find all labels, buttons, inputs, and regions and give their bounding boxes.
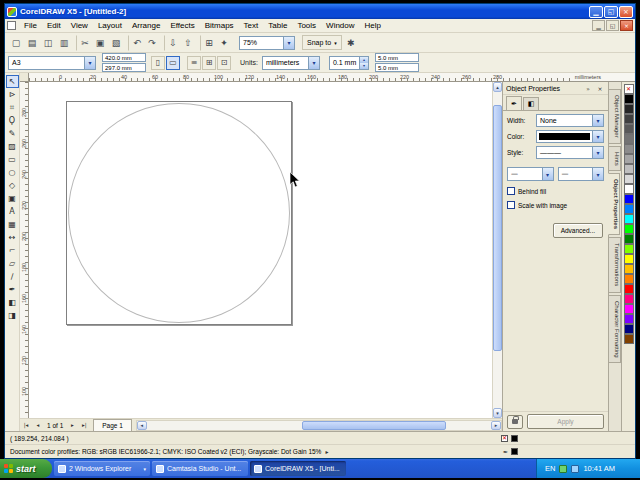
toolbox-tool[interactable]: ◧ xyxy=(6,296,19,309)
first-page-button[interactable]: |◂ xyxy=(20,420,32,431)
docker-close-icon[interactable]: × xyxy=(595,83,605,93)
start-button[interactable]: start xyxy=(0,459,52,478)
toolbox-tool[interactable]: ○ xyxy=(6,166,19,179)
menu-item[interactable]: Layout xyxy=(93,19,127,32)
portrait-button[interactable]: ▯ xyxy=(151,56,165,70)
docker-tab[interactable]: ✒ xyxy=(506,96,522,110)
zoom-level-combo[interactable]: 75% ▾ xyxy=(239,36,295,50)
palette-color-swatch[interactable] xyxy=(624,234,634,244)
vertical-scroll-track[interactable] xyxy=(493,92,502,408)
outline-width-combo[interactable]: None ▾ xyxy=(536,114,604,127)
toolbox-tool[interactable]: ▭ xyxy=(6,153,19,166)
palette-color-swatch[interactable] xyxy=(624,194,634,204)
toolbar-button[interactable]: ↷ xyxy=(144,35,160,51)
toolbox-tool[interactable]: A xyxy=(6,205,19,218)
palette-color-swatch[interactable] xyxy=(624,214,634,224)
menu-item[interactable]: Window xyxy=(321,19,359,32)
palette-color-swatch[interactable] xyxy=(624,324,634,334)
toolbar-button[interactable]: ▢ xyxy=(8,35,24,51)
toolbar-button[interactable]: ◫ xyxy=(40,35,56,51)
more-icon[interactable]: ▸ xyxy=(325,448,328,455)
toolbox-tool[interactable]: ⌐ xyxy=(6,244,19,257)
options-icon[interactable]: ✱ xyxy=(343,35,359,51)
language-indicator[interactable]: EN xyxy=(545,464,555,473)
toolbox-tool[interactable]: ◨ xyxy=(6,309,19,322)
close-button[interactable]: × xyxy=(619,6,633,18)
previous-page-button[interactable]: ◂ xyxy=(32,420,44,431)
toolbar-button[interactable]: ✦ xyxy=(216,35,232,51)
docker-overflow-icon[interactable]: » xyxy=(583,83,593,93)
taskbar-task-button[interactable]: Camtasia Studio - Unt... ▾ xyxy=(152,461,248,476)
toolbox-tool[interactable]: ▦ xyxy=(6,218,19,231)
horizontal-scroll-track[interactable] xyxy=(147,421,491,430)
palette-color-swatch[interactable] xyxy=(624,284,634,294)
palette-color-swatch[interactable] xyxy=(624,84,634,94)
vertical-scrollbar[interactable]: ▴ ▾ xyxy=(492,82,502,418)
doc-close-button[interactable]: × xyxy=(620,20,633,31)
toolbar-button[interactable]: ▥ xyxy=(56,35,72,51)
snap-to-dropdown[interactable]: Snap to ▾ xyxy=(302,35,342,50)
docker-vertical-tab[interactable]: Object Properties xyxy=(608,173,620,235)
scroll-right-icon[interactable]: ▸ xyxy=(491,421,501,430)
lock-button[interactable] xyxy=(507,415,523,429)
palette-color-swatch[interactable] xyxy=(624,124,634,134)
toolbox-tool[interactable]: ▱ xyxy=(6,257,19,270)
scroll-down-icon[interactable]: ▾ xyxy=(493,408,502,418)
taskbar-task-button[interactable]: CorelDRAW X5 - [Unti... ▾ xyxy=(250,461,346,476)
arrowhead-end-combo[interactable]: — ▾ xyxy=(558,167,605,181)
palette-color-swatch[interactable] xyxy=(624,94,634,104)
maximize-button[interactable]: ◱ xyxy=(604,6,618,18)
docker-tab[interactable]: ◧ xyxy=(523,97,539,110)
palette-color-swatch[interactable] xyxy=(624,304,634,314)
ruler-origin-button[interactable] xyxy=(20,73,29,81)
toolbox-tool[interactable]: ∕ xyxy=(6,270,19,283)
paper-width-field[interactable]: 420.0 mm xyxy=(102,53,146,62)
palette-color-swatch[interactable] xyxy=(624,254,634,264)
toolbox-tool[interactable]: ↔ xyxy=(6,231,19,244)
palette-color-swatch[interactable] xyxy=(624,104,634,114)
vertical-scroll-thumb[interactable] xyxy=(493,105,502,351)
advanced-button[interactable]: Advanced... xyxy=(553,223,603,238)
palette-color-swatch[interactable] xyxy=(624,204,634,214)
palette-color-swatch[interactable] xyxy=(624,134,634,144)
chevron-down-icon[interactable]: ▾ xyxy=(283,37,294,49)
menu-item[interactable]: Edit xyxy=(42,19,66,32)
propbar-button[interactable]: ⊞ xyxy=(202,56,216,70)
palette-color-swatch[interactable] xyxy=(624,114,634,124)
toolbar-button[interactable]: ⇧ xyxy=(180,35,196,51)
toolbox-tool[interactable]: ▣ xyxy=(6,192,19,205)
toolbar-button[interactable]: ▤ xyxy=(24,35,40,51)
docker-vertical-tab[interactable]: Object Manager xyxy=(609,89,621,144)
duplicate-distance-x-field[interactable]: 5.0 mm xyxy=(375,53,419,62)
volume-tray-icon[interactable] xyxy=(571,465,579,473)
arrowhead-start-combo[interactable]: — ▾ xyxy=(507,167,554,181)
toolbox-tool[interactable]: ▨ xyxy=(6,140,19,153)
nudge-offset-field[interactable]: 0.1 mm ▴ ▾ xyxy=(329,56,369,70)
palette-color-swatch[interactable] xyxy=(624,144,634,154)
doc-minimize-button[interactable]: ▁ xyxy=(592,20,605,31)
toolbar-button[interactable]: ✂ xyxy=(76,35,92,51)
toolbar-button[interactable]: ⊞ xyxy=(200,35,216,51)
palette-color-swatch[interactable] xyxy=(624,154,634,164)
horizontal-scroll-thumb[interactable] xyxy=(302,421,447,430)
horizontal-ruler[interactable]: 020406080100120140160180200220240260280 … xyxy=(20,73,635,82)
outline-style-combo[interactable]: ——— ▾ xyxy=(536,146,604,159)
menu-item[interactable]: Tools xyxy=(292,19,321,32)
doc-restore-button[interactable]: ◱ xyxy=(606,20,619,31)
palette-color-swatch[interactable] xyxy=(624,224,634,234)
menu-item[interactable]: File xyxy=(19,19,42,32)
propbar-button[interactable]: ⊡ xyxy=(217,56,231,70)
landscape-button[interactable]: ▭ xyxy=(166,56,180,70)
duplicate-distance-y-field[interactable]: 5.0 mm xyxy=(375,63,419,72)
docker-vertical-tab[interactable]: Hints xyxy=(609,146,621,172)
toolbox-tool[interactable]: ◇ xyxy=(6,179,19,192)
behind-fill-checkbox[interactable] xyxy=(507,187,515,195)
toolbar-button[interactable]: ⇩ xyxy=(164,35,180,51)
menu-item[interactable]: Arrange xyxy=(127,19,165,32)
vertical-ruler[interactable]: 280260240220200180160140120100 xyxy=(20,82,29,418)
palette-color-swatch[interactable] xyxy=(624,294,634,304)
palette-color-swatch[interactable] xyxy=(624,184,634,194)
toolbox-tool[interactable]: Ϙ xyxy=(6,114,19,127)
toolbox-tool[interactable]: ⊳ xyxy=(6,88,19,101)
palette-color-swatch[interactable] xyxy=(624,314,634,324)
